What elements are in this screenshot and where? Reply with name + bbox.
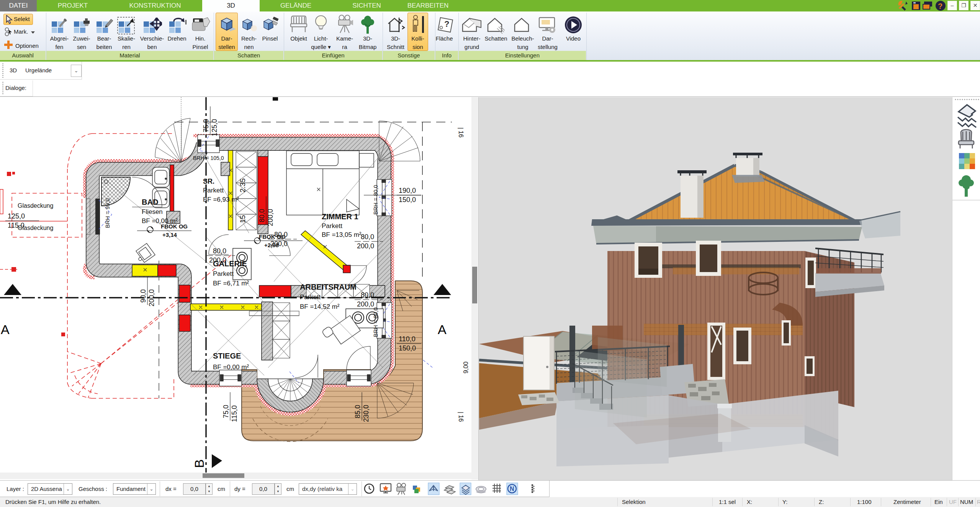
svg-text:| 16: | 16 (458, 127, 464, 138)
svg-text:230,0: 230,0 (362, 405, 370, 422)
svg-text:BAD: BAD (142, 198, 158, 206)
svg-text:150,0: 150,0 (399, 344, 416, 352)
svg-text:80,0: 80,0 (258, 209, 266, 222)
svg-text:150,0: 150,0 (399, 196, 416, 204)
svg-text:125,0: 125,0 (8, 212, 25, 220)
svg-text:BRH = 99,0: BRH = 99,0 (104, 198, 111, 228)
svg-text:200,0: 200,0 (357, 300, 374, 308)
svg-text:Parkett: Parkett (300, 293, 321, 301)
svg-text:N: N (510, 486, 514, 492)
svg-text:80,0: 80,0 (361, 291, 374, 299)
svg-text:Parkett: Parkett (203, 187, 224, 194)
svg-text:80,0: 80,0 (213, 247, 226, 255)
svg-text:200,0: 200,0 (357, 242, 374, 250)
svg-text:Parkett: Parkett (322, 222, 342, 230)
svg-text:BF =14,52 m²: BF =14,52 m² (300, 303, 340, 310)
svg-text:B: B (192, 459, 206, 468)
svg-text:SR.: SR. (203, 178, 214, 185)
svg-text:200,0: 200,0 (209, 256, 226, 264)
svg-text:110,0: 110,0 (399, 335, 416, 343)
svg-text:75,0: 75,0 (202, 119, 210, 132)
svg-text:75,0: 75,0 (222, 405, 230, 418)
svg-text:Glasdeckung: Glasdeckung (18, 202, 53, 209)
svg-text:190,0: 190,0 (399, 187, 416, 194)
svg-text:ARBEITSRAUM: ARBEITSRAUM (300, 283, 357, 291)
svg-text:?: ? (938, 2, 942, 10)
svg-text:| 16: | 16 (458, 412, 464, 422)
svg-text:A: A (438, 322, 447, 337)
svg-text:FBOK OG: FBOK OG (161, 223, 188, 230)
svg-text:125,0: 125,0 (211, 119, 218, 136)
svg-text:BRH = 105,0: BRH = 105,0 (193, 155, 224, 161)
svg-text:?: ? (444, 19, 449, 29)
svg-text:85,0: 85,0 (354, 405, 362, 418)
svg-text:2.35: 2.35 (239, 178, 247, 192)
svg-text:STIEGE: STIEGE (213, 352, 241, 360)
svg-text:90,0: 90,0 (139, 289, 147, 303)
svg-text:A: A (1, 322, 10, 337)
svg-text:BF =13,05 m²: BF =13,05 m² (322, 231, 362, 238)
svg-text:9,00: 9,00 (463, 362, 469, 373)
svg-text:200,0: 200,0 (267, 209, 274, 226)
svg-text:BF =0,00 m²: BF =0,00 m² (213, 364, 249, 371)
svg-text:200,0: 200,0 (270, 240, 288, 248)
svg-text:15: 15 (239, 215, 247, 223)
svg-text:BRH = 80,0: BRH = 80,0 (372, 307, 379, 337)
svg-text:ZIMMER 1: ZIMMER 1 (322, 212, 358, 221)
svg-text:80,0: 80,0 (274, 231, 288, 238)
svg-text:Fliesen: Fliesen (142, 208, 163, 215)
svg-text:BRH = 80,0: BRH = 80,0 (372, 185, 379, 215)
svg-text:Parkett: Parkett (213, 270, 234, 277)
svg-text:115,0: 115,0 (8, 222, 25, 229)
svg-text:80,0: 80,0 (361, 233, 374, 241)
svg-text:+3,14: +3,14 (162, 231, 177, 238)
svg-text:BF =6,71 m²: BF =6,71 m² (213, 280, 249, 287)
svg-text:115,0: 115,0 (231, 405, 238, 422)
svg-text:BF =6,93 m²: BF =6,93 m² (203, 196, 239, 203)
svg-text:200,0: 200,0 (148, 289, 155, 306)
